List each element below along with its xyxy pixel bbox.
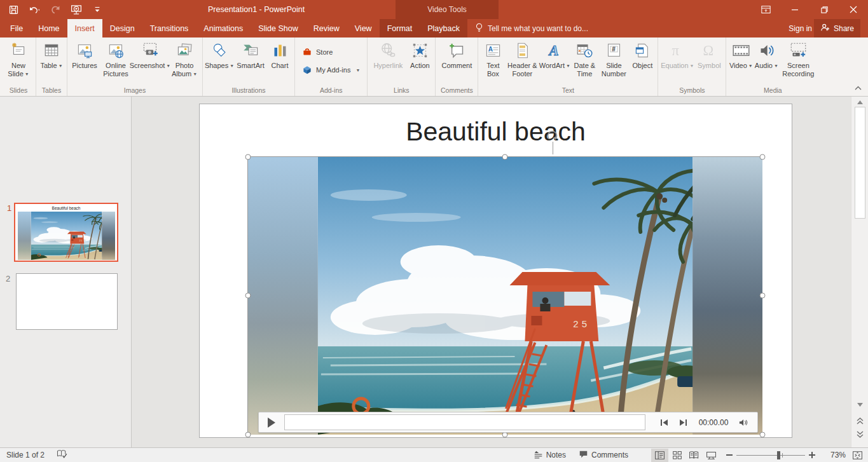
restore-icon[interactable] [809, 0, 839, 19]
sign-in-link[interactable]: Sign in [789, 19, 812, 37]
redo-icon[interactable] [50, 4, 61, 15]
screen-recording-label: Screen Recording [782, 62, 814, 78]
selection-handle[interactable] [760, 432, 766, 438]
table-icon [43, 40, 60, 60]
quick-access-toolbar [0, 4, 103, 15]
close-icon[interactable] [839, 0, 868, 19]
save-icon[interactable] [8, 4, 19, 15]
slide-sorter-view-button[interactable] [668, 449, 685, 462]
photo-album-button[interactable]: Photo Album▼ [169, 38, 200, 84]
selection-handle[interactable] [760, 154, 766, 160]
move-back-icon[interactable] [654, 419, 673, 426]
object-button[interactable]: Object [629, 38, 656, 84]
zoom-in-icon[interactable] [809, 448, 822, 462]
wordart-icon: A [546, 40, 563, 60]
slide-number-label: Slide Number [602, 62, 626, 78]
zoom-level[interactable]: 73% [822, 451, 846, 459]
equation-icon: π [669, 40, 686, 60]
spell-check-icon[interactable] [56, 449, 67, 461]
selection-handle[interactable] [760, 293, 766, 299]
start-from-beginning-icon[interactable] [71, 4, 82, 15]
tab-animations[interactable]: Animations [196, 19, 251, 37]
scrollbar-thumb[interactable] [855, 107, 865, 219]
tab-view[interactable]: View [347, 19, 380, 37]
tab-playback[interactable]: Playback [420, 19, 467, 37]
action-button[interactable]: Action [406, 38, 433, 84]
tab-home[interactable]: Home [31, 19, 67, 37]
thumbnail-slide-2[interactable] [16, 273, 118, 330]
tell-me-box[interactable]: Tell me what you want to do... [475, 19, 588, 37]
zoom-out-icon[interactable] [720, 448, 733, 462]
rotation-handle[interactable] [546, 130, 560, 145]
screenshot-button[interactable]: Screenshot▼ [132, 38, 169, 84]
slide-number-button[interactable]: # Slide Number [598, 38, 629, 84]
scroll-up-icon[interactable] [855, 98, 865, 107]
wordart-button[interactable]: A WordArt▼ [539, 38, 570, 84]
zoom-slider[interactable] [736, 449, 805, 462]
date-time-button[interactable]: Date & Time [570, 38, 598, 84]
normal-view-button[interactable] [651, 449, 668, 462]
comment-button[interactable]: Comment [437, 38, 476, 84]
group-label-symbols: Symbols [660, 85, 724, 96]
chart-icon [272, 40, 289, 60]
notes-button[interactable]: Notes [527, 448, 572, 462]
selection-handle[interactable] [245, 432, 251, 438]
undo-icon[interactable] [29, 4, 40, 15]
header-footer-button[interactable]: Header & Footer [506, 38, 539, 84]
zoom-slider-thumb[interactable] [777, 451, 780, 459]
move-forward-icon[interactable] [673, 419, 692, 426]
fit-slide-to-window-icon[interactable] [852, 451, 863, 460]
previous-slide-icon[interactable] [855, 416, 865, 426]
video-object[interactable]: 00:00.00 [247, 156, 762, 434]
tab-transitions[interactable]: Transitions [142, 19, 196, 37]
tab-format[interactable]: Format [380, 19, 420, 37]
selection-handle[interactable] [245, 293, 251, 299]
reading-view-button[interactable] [685, 449, 703, 462]
pictures-label: Pictures [72, 62, 97, 69]
slide-canvas[interactable]: Beautiful beach [199, 104, 792, 438]
slide-number-icon: # [605, 40, 623, 60]
new-slide-button[interactable]: New Slide▼ [3, 38, 34, 84]
screen-recording-icon [790, 40, 807, 60]
video-control-bar: 00:00.00 [258, 412, 758, 433]
audio-button[interactable]: Audio▼ [754, 38, 779, 84]
online-pictures-label: Online Pictures [103, 62, 128, 78]
screen-recording-button[interactable]: Screen Recording [779, 38, 817, 84]
customize-qat-icon[interactable] [92, 4, 103, 15]
tab-design[interactable]: Design [102, 19, 142, 37]
tab-insert[interactable]: Insert [67, 19, 102, 37]
table-button[interactable]: Table▼ [38, 38, 65, 84]
selection-handle[interactable] [245, 154, 251, 160]
comments-button[interactable]: Comments [572, 448, 635, 462]
dropdown-arrow-icon: ▼ [774, 64, 778, 68]
tab-slide-show[interactable]: Slide Show [251, 19, 306, 37]
next-slide-icon[interactable] [855, 430, 865, 439]
play-icon[interactable] [259, 418, 284, 428]
shapes-button[interactable]: Shapes▼ [205, 38, 234, 84]
tab-file[interactable]: File [3, 19, 31, 37]
video-elapsed-time: 00:00.00 [692, 418, 734, 427]
smartart-button[interactable]: SmartArt [234, 38, 267, 84]
scroll-down-icon[interactable] [855, 400, 865, 409]
chart-button[interactable]: Chart [267, 38, 293, 84]
collapse-ribbon-icon[interactable] [855, 82, 862, 93]
my-addins-button[interactable]: My Add-ins ▼ [302, 64, 360, 76]
thumbnail-slide-1[interactable]: Beautiful beach [14, 203, 118, 262]
video-progress-bar[interactable] [284, 414, 645, 430]
slide-show-view-button[interactable] [703, 449, 720, 462]
slide-title-text[interactable]: Beautiful beach [200, 117, 792, 147]
svg-text:A: A [548, 43, 558, 58]
share-button[interactable]: Share [814, 19, 860, 37]
online-pictures-button[interactable]: Online Pictures [100, 38, 132, 84]
mute-unmute-icon[interactable] [734, 418, 754, 427]
pictures-button[interactable]: Pictures [69, 38, 100, 84]
date-time-icon [576, 40, 593, 60]
screenshot-icon [142, 40, 159, 60]
tab-review[interactable]: Review [306, 19, 347, 37]
text-box-button[interactable]: A Text Box [480, 38, 506, 84]
ribbon-display-options-icon[interactable] [751, 0, 780, 19]
minimize-icon[interactable] [780, 0, 809, 19]
store-button[interactable]: Store [302, 46, 360, 58]
selection-handle[interactable] [502, 154, 508, 160]
video-button[interactable]: Video▼ [728, 38, 754, 84]
